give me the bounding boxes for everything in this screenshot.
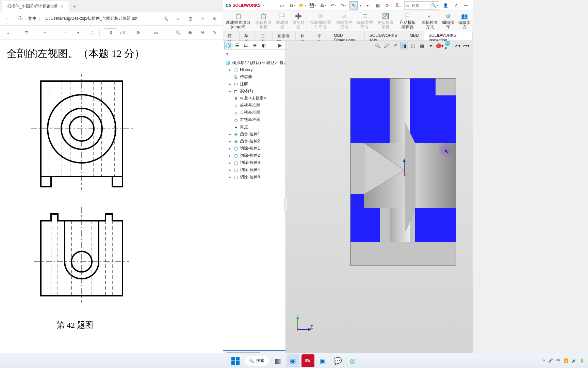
new-tab-button[interactable]: ＋ [69,1,81,12]
page-input[interactable] [104,28,117,37]
zoom-fit-icon[interactable]: 🔍 [374,42,381,49]
info-icon[interactable]: ⓘ [16,14,25,24]
taskbar-app-chat[interactable]: 💬 [331,354,344,367]
zoom-out-button[interactable]: − [61,28,71,37]
highlight-tool[interactable]: ▽ [21,28,31,37]
render-icon[interactable]: ▭▾ [462,42,470,49]
tab-sketch[interactable]: 草图 [240,31,256,41]
edit-icon[interactable]: ✎ [210,28,219,37]
ribbon-edit-operation[interactable]: ⚙编辑操作 [440,11,456,31]
expand-right-icon[interactable]: ▶ [276,42,284,49]
view-orientation-icon[interactable]: ⬚ [409,42,417,49]
rotate-icon[interactable]: ⟳ [133,28,143,37]
svg-rect-24 [350,78,390,143]
zoom-icon[interactable]: 🔍 [161,14,170,24]
ribbon-edit-check-mode[interactable]: ✓编辑检查方式 [419,11,440,31]
taskbar-search[interactable]: 🔍 搜索 [244,356,270,366]
zoom-area-icon[interactable]: 🔎 [383,42,390,49]
feature-manager-tab[interactable]: 🧊 [224,42,232,49]
sw-graphics-viewport[interactable]: 🔍 🔎 ↶ ◨ ⬚ ▦ ▾ 🔴▾ 🌐▾ ☀▾ ▭▾ [286,41,473,355]
help-icon[interactable]: ? [452,1,460,10]
pdf-tab-active[interactable]: 扫描件_乍图分析计算题.pdf × [2,1,69,12]
more-icon[interactable]: ⊕ [210,14,219,24]
engineering-drawing: 第 42 题图 [31,74,216,331]
zoom-in-button[interactable]: ＋ [74,28,83,37]
favorite-icon[interactable]: ☆ [173,14,183,24]
print-icon[interactable]: 🖶 [185,28,195,37]
tab-feature[interactable]: 特征 [223,31,240,41]
page-total: / 3 [120,30,125,35]
pdf-page: 全剖的左视图。（本题 12 分） [0,40,223,368]
edit-appearance-icon[interactable]: 🔴▾ [436,42,443,49]
windows-taskbar: 🔍 搜索 ▥ ◉ SW ▣ 💬 ◎ ^ 🎤 中 📶 🔊 🔋 [0,353,588,368]
taskbar-app-media[interactable]: ▣ [316,354,329,367]
orientation-triad[interactable]: Y Z [293,314,313,335]
ribbon-new-check-item[interactable]: 📋新建检查项目(amp;N) [223,11,254,31]
page-view-icon[interactable]: ▭ [151,28,161,37]
ribbon-edit-check-item: 📋编辑检查项目 [254,11,274,31]
tab-inspection[interactable]: SOLIDWORKS Inspection [424,31,473,41]
tree-filter[interactable]: ▼ [223,50,285,58]
hide-show-icon[interactable]: ▾ [427,42,435,49]
undo-icon[interactable]: ↶ [329,1,337,10]
taskbar-app-explorer[interactable]: ▥ [272,354,284,367]
chevron-down-icon[interactable]: ⌄ [3,28,13,37]
back-button[interactable]: ← [3,14,13,24]
apply-scene-icon[interactable]: 🌐▾ [445,42,452,49]
start-button[interactable] [229,354,242,367]
taskbar-app-edge[interactable]: ◉ [287,354,299,367]
tab-surface[interactable]: 曲面 [256,31,273,41]
user-icon[interactable]: 臭.. [394,1,402,10]
ribbon-edit-vendor[interactable]: 👥编辑卖方 [456,11,473,31]
save-icon[interactable]: 💾 [309,1,317,10]
tab-mbd[interactable]: MBD [405,31,424,41]
share-icon[interactable]: ☆ [198,14,207,24]
home-icon[interactable]: ⌂ [278,1,286,10]
tray-wifi-icon[interactable]: 📶 [564,358,568,363]
tab-evaluate[interactable]: 评估 [312,31,329,41]
feature-tree[interactable]: 🧊模拟卷42 (默认) <<默认>_显示 ▸🕒History 📡传感器 ▸🏷注解… [223,58,285,351]
tray-hidden-icons[interactable]: ^ [543,359,545,363]
minimize-icon[interactable]: — [462,1,470,10]
select-tool[interactable]: ↖ [349,1,358,10]
tree-collapse-handle[interactable] [284,198,287,212]
rebuild-icon[interactable]: ● [363,1,372,10]
close-icon[interactable]: × [61,4,63,9]
open-file-icon[interactable]: 📂 [298,1,307,10]
fit-page-icon[interactable]: ⛶ [86,28,95,37]
save-icon[interactable]: 🖫 [198,28,207,37]
tray-volume-icon[interactable]: 🔊 [572,358,576,363]
ribbon-launch-template-editor[interactable]: 📄启动模板编辑器 [396,11,420,31]
section-view-icon[interactable]: ◨ [401,42,408,49]
settings-icon[interactable]: ⚙ [384,1,392,10]
previous-view-icon[interactable]: ↶ [392,42,399,49]
search-input[interactable] [410,2,430,9]
profile-icon[interactable]: 👤 [441,1,450,10]
tab-mbd-dimensions[interactable]: MBD Dimensions [329,31,365,41]
tray-ime[interactable]: 中 [556,358,560,363]
search-icon[interactable]: 🔍 [431,3,436,8]
print-icon[interactable]: 🖶 [319,1,327,10]
search-icon[interactable]: 🔍 [173,28,183,37]
taskbar-app-solidworks[interactable]: SW [301,354,314,367]
property-manager-tab[interactable]: ☰ [233,42,241,49]
tab-direct-edit[interactable]: 直接编辑 [273,31,296,41]
overflow-icon[interactable]: ⋯ [39,28,49,37]
new-file-icon[interactable]: 🗋 [288,1,296,10]
taskbar-app-camera[interactable]: ◎ [346,354,359,367]
search-group: 🗁 🔍 ▾ [404,1,439,10]
split-icon[interactable]: ◫ [185,14,195,24]
dimxpert-tab[interactable]: ⊕ [251,42,259,49]
tab-annotate[interactable]: 标注 [296,31,312,41]
pdf-toolbar: ⌄ ▽ ⋯ − ＋ ⛶ / 3 ⟳ ▭ 🔍 🖶 🖫 ✎ [0,26,223,40]
svg-text:Z: Z [310,325,313,329]
display-style-icon[interactable]: ▦ [418,42,426,49]
view-settings-icon[interactable]: ☀▾ [454,42,461,49]
options-icon[interactable]: ▦ [374,1,382,10]
configuration-tab[interactable]: 🗂 [242,42,250,49]
tray-battery-icon[interactable]: 🔋 [580,358,585,363]
tab-plugins[interactable]: SOLIDWORKS 插件 [365,31,405,41]
tray-mic-icon[interactable]: 🎤 [548,358,553,363]
display-tab[interactable]: ◐ [260,42,268,49]
redo-icon[interactable]: ↷ [339,1,347,10]
